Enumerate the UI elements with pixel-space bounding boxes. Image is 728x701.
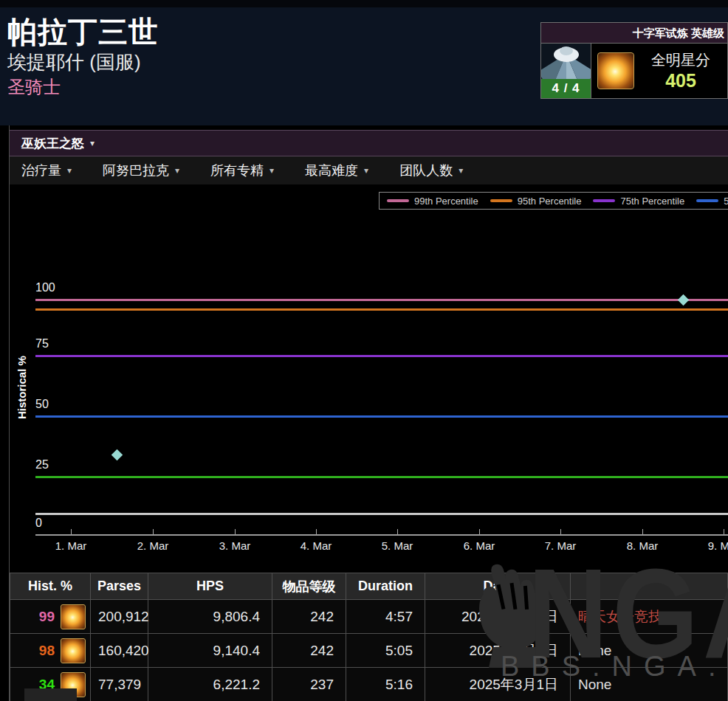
raid-zone-title[interactable]: 十字军试炼 英雄级 xyxy=(541,23,727,44)
y-axis-label: Historical % xyxy=(16,356,28,419)
item-level: 242 xyxy=(272,600,346,634)
y-tick-50: 50 xyxy=(35,398,49,411)
table-row[interactable]: 98 160,420 9,140.4 242 5:05 2025年3月8日 No… xyxy=(10,634,728,668)
duration-value: 5:16 xyxy=(346,668,425,701)
line-10th-percentile xyxy=(35,513,728,515)
filter-bar: 治疗量 ▾ 阿努巴拉克 ▾ 所有专精 ▾ 最高难度 ▾ 团队人数 ▾ xyxy=(10,156,728,184)
parses-value: 77,379 xyxy=(91,668,148,701)
col-duration[interactable]: Duration xyxy=(346,573,425,600)
legend-item-75th[interactable]: 75th Percentile xyxy=(593,196,684,207)
allstar-cell[interactable]: 全明星分 405 xyxy=(591,44,727,98)
line-95th-percentile xyxy=(35,308,728,311)
holy-spec-icon xyxy=(61,638,86,663)
hist-percent: 99 xyxy=(39,609,55,625)
data-point-marker[interactable] xyxy=(678,294,690,306)
line-swatch xyxy=(387,199,409,202)
date-value: 2025年3月8日 xyxy=(425,634,571,668)
chart-legend: 99th Percentile 95th Percentile 75th Per… xyxy=(379,192,728,210)
raid-summary-panel: 十字军试炼 英雄级 4 / 4 xyxy=(540,22,728,99)
parses-value: 200,912 xyxy=(91,600,148,634)
date-value: 2025年3月16日 xyxy=(425,600,571,634)
table-row[interactable]: 99 200,912 9,806.4 242 4:57 2025年3月16日 晴… xyxy=(10,600,728,634)
y-tick-25: 25 xyxy=(35,458,49,472)
historical-percentile-chart: 99th Percentile 95th Percentile 75th Per… xyxy=(10,184,728,568)
legend-item-50th[interactable]: 50th Percentile xyxy=(696,196,728,207)
legend-item-99th[interactable]: 99th Percentile xyxy=(387,196,478,207)
expansion-dropdown[interactable]: 巫妖王之怒 xyxy=(21,135,84,152)
x-tick-2mar: 2. Mar xyxy=(120,539,186,552)
col-ilvl[interactable]: 物品等级 xyxy=(272,573,346,600)
hist-percent: 98 xyxy=(39,643,55,659)
allstar-points: 405 xyxy=(634,70,727,91)
y-tick-75: 75 xyxy=(35,337,49,350)
parses-value: 160,420 xyxy=(91,634,148,668)
tooltip-stub xyxy=(24,688,77,701)
chevron-down-icon: ▾ xyxy=(90,138,95,148)
boss-dropdown[interactable]: 阿努巴拉克 ▾ xyxy=(103,162,179,179)
hps-value: 9,806.4 xyxy=(148,600,272,634)
boss-kill-count-badge: 4 / 4 xyxy=(541,79,591,98)
hps-value: 6,221.2 xyxy=(148,668,272,701)
difficulty-dropdown[interactable]: 最高难度 ▾ xyxy=(305,162,368,179)
col-hist[interactable]: Hist. % xyxy=(10,573,91,600)
line-swatch xyxy=(696,199,718,202)
x-tick-4mar: 4. Mar xyxy=(283,539,349,552)
line-99th-percentile xyxy=(35,299,728,301)
legend-item-95th[interactable]: 95th Percentile xyxy=(490,196,582,207)
hps-value: 9,140.4 xyxy=(148,634,272,668)
x-tick-1mar: 1. Mar xyxy=(38,539,104,552)
top-strip xyxy=(0,0,728,7)
holy-spell-icon xyxy=(597,52,634,89)
item-level: 242 xyxy=(272,634,346,668)
y-tick-0: 0 xyxy=(35,517,42,530)
x-tick-3mar: 3. Mar xyxy=(202,539,268,552)
x-tick-8mar: 8. Mar xyxy=(609,539,676,552)
line-swatch xyxy=(593,199,615,202)
line-swatch xyxy=(490,199,512,202)
table-row[interactable]: 34 77,379 6,221.2 237 5:16 2025年3月1日 Non… xyxy=(10,668,728,701)
x-tick-5mar: 5. Mar xyxy=(364,539,430,552)
raid-progress-cell[interactable]: 4 / 4 xyxy=(541,44,591,98)
chevron-down-icon: ▾ xyxy=(269,165,274,176)
guild-value: None xyxy=(571,668,728,701)
parses-table: Hist. % Parses HPS 物品等级 Duration Date 99… xyxy=(10,573,728,701)
chevron-down-icon: ▾ xyxy=(67,165,72,176)
line-50th-percentile xyxy=(35,415,728,418)
x-tick-6mar: 6. Mar xyxy=(446,539,512,552)
chevron-down-icon: ▾ xyxy=(175,165,179,176)
character-header: 帕拉丁三世 埃提耶什 (国服) 圣骑士 十字军试炼 英雄级 4 / 4 xyxy=(0,7,728,125)
x-axis xyxy=(35,534,728,536)
table-header-row: Hist. % Parses HPS 物品等级 Duration Date xyxy=(10,573,728,600)
chevron-down-icon: ▾ xyxy=(459,165,463,176)
x-tick-7mar: 7. Mar xyxy=(527,539,594,552)
date-value: 2025年3月1日 xyxy=(425,668,571,701)
main-content: 巫妖王之怒 ▾ 治疗量 ▾ 阿努巴拉克 ▾ 所有专精 ▾ 最高难度 ▾ 团队人数… xyxy=(9,125,728,701)
duration-value: 5:05 xyxy=(346,634,425,668)
raid-size-dropdown[interactable]: 团队人数 ▾ xyxy=(399,162,463,179)
data-point-marker[interactable] xyxy=(111,449,123,461)
col-parses[interactable]: Parses xyxy=(91,573,148,600)
x-tick-9mar: 9. Mar xyxy=(690,539,728,552)
item-level: 237 xyxy=(272,668,346,701)
chevron-down-icon: ▾ xyxy=(364,165,368,176)
y-tick-100: 100 xyxy=(35,281,55,294)
col-date[interactable]: Date xyxy=(425,573,571,600)
spec-dropdown[interactable]: 所有专精 ▾ xyxy=(210,162,274,179)
metric-dropdown[interactable]: 治疗量 ▾ xyxy=(21,162,72,179)
expansion-selector-bar: 巫妖王之怒 ▾ xyxy=(10,130,728,156)
line-25th-percentile xyxy=(35,476,728,478)
allstar-label: 全明星分 xyxy=(634,50,727,70)
col-guild[interactable] xyxy=(571,573,728,600)
duration-value: 4:57 xyxy=(346,600,425,634)
col-hps[interactable]: HPS xyxy=(148,573,272,600)
guild-value: None xyxy=(571,634,728,668)
guild-link[interactable]: 晴天女子竞技 xyxy=(571,600,728,634)
holy-spec-icon xyxy=(61,604,86,629)
line-75th-percentile xyxy=(35,355,728,357)
